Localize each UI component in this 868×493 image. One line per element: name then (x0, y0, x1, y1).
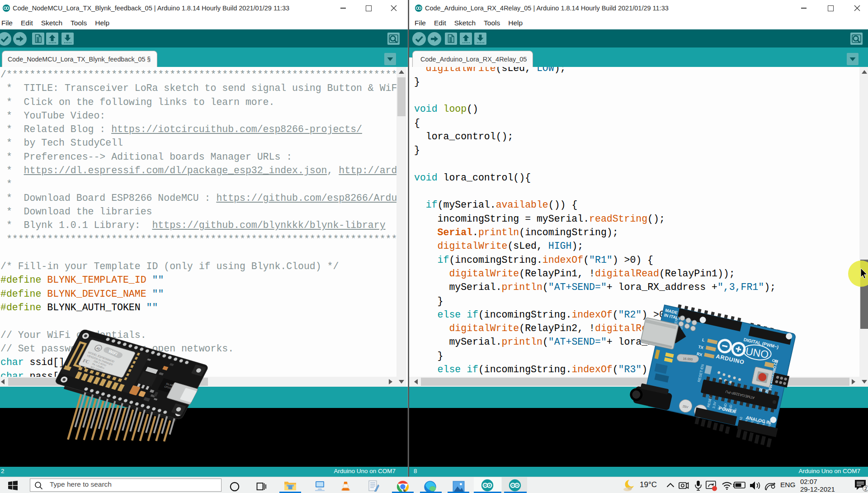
svg-text:2: 2 (864, 486, 867, 491)
